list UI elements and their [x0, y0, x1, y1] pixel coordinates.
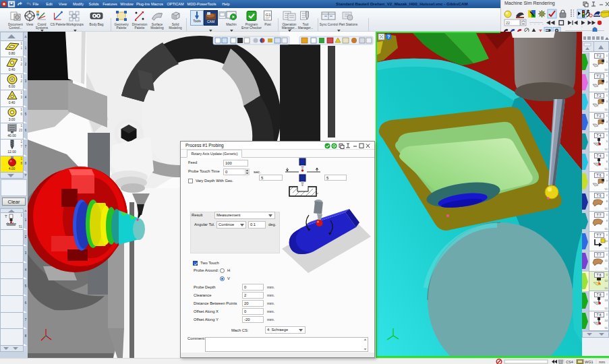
svg-text:T: T [5, 214, 7, 218]
svg-text:G1: G1 [266, 13, 272, 17]
svg-text:22: 22 [506, 21, 510, 25]
svg-text:?: ? [387, 34, 390, 39]
svg-text:WG1: WG1 [585, 360, 593, 364]
svg-text:CS4: CS4 [566, 360, 573, 364]
svg-text:mm: mm [599, 360, 606, 364]
